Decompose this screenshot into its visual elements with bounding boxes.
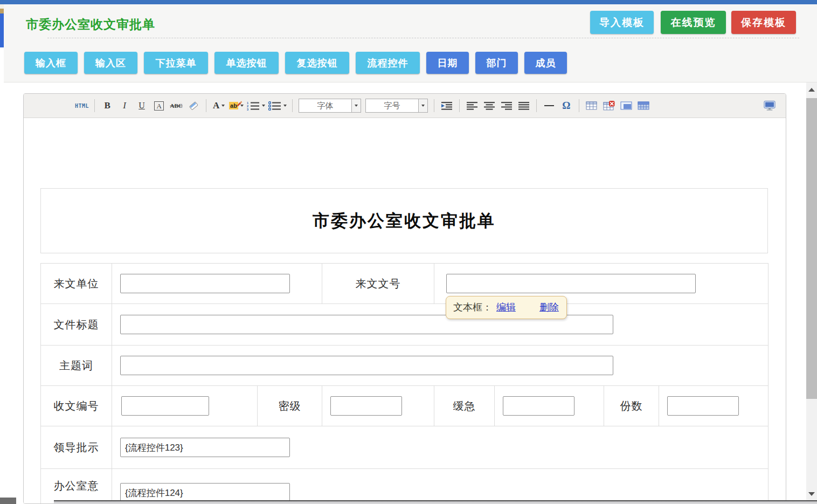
page-title: 市委办公室收文审批单 — [26, 16, 155, 33]
strikethrough-icon: ABC — [170, 102, 182, 109]
table-panel-button[interactable] — [619, 99, 633, 113]
ordered-list-button[interactable]: 1 2 3 — [247, 99, 265, 113]
top-window-bar — [0, 0, 817, 4]
font-color-button[interactable]: A — [212, 99, 226, 113]
italic-button[interactable]: I — [117, 99, 131, 113]
toolbar-separator — [459, 99, 460, 112]
delete-table-button[interactable] — [602, 99, 616, 113]
table-properties-button[interactable] — [636, 99, 650, 113]
form-title: 市委办公室收文审批单 — [313, 210, 496, 232]
scroll-up-arrow-icon[interactable] — [808, 88, 815, 92]
underline-button[interactable]: U — [135, 99, 149, 113]
table-row: 办公室意 — [41, 469, 768, 504]
font-family-select[interactable]: 字体 — [299, 99, 361, 113]
editor-canvas[interactable]: 市委办公室收文审批单 来文单位 来文文号 — [24, 118, 786, 504]
fullscreen-button[interactable] — [763, 99, 777, 113]
cell — [112, 469, 768, 504]
html-source-button[interactable]: HTML — [75, 99, 89, 113]
widget-button-dropdown-menu[interactable]: 下拉菜单 — [144, 52, 208, 74]
toolbar-separator — [206, 99, 206, 112]
cell — [322, 386, 434, 426]
indent-button[interactable] — [440, 99, 454, 113]
leader-instructions-input[interactable] — [120, 438, 290, 457]
delete-link[interactable]: 删除 — [539, 301, 559, 314]
highlight-color-button[interactable]: ab — [229, 99, 244, 113]
omega-icon: Ω — [562, 100, 570, 112]
field-label-document-title: 文件标题 — [41, 304, 112, 346]
urgency-input[interactable] — [503, 396, 574, 416]
field-label-security-level: 密级 — [258, 386, 322, 426]
widget-button-text-area[interactable]: 输入区 — [84, 52, 137, 74]
field-label-copies: 份数 — [604, 386, 659, 426]
field-label-urgency: 缓急 — [434, 386, 495, 426]
bold-button[interactable]: B — [100, 99, 114, 113]
field-label-keywords: 主题词 — [41, 346, 112, 386]
table-panel-icon — [620, 101, 632, 111]
office-opinion-input[interactable] — [120, 483, 290, 502]
cell — [659, 386, 768, 426]
ordered-list-icon: 1 2 3 — [247, 101, 260, 111]
widget-button-checkbox[interactable]: 复选按钮 — [285, 52, 349, 74]
align-justify-icon — [518, 101, 530, 110]
field-label-incoming-unit: 来文单位 — [41, 264, 112, 304]
background-window-sliver — [0, 4, 4, 47]
form-table: 来文单位 来文文号 文件标题 主题词 — [40, 263, 768, 504]
scroll-down-arrow-icon[interactable] — [808, 492, 815, 496]
remove-format-button[interactable] — [186, 99, 200, 113]
align-center-icon — [483, 101, 495, 110]
page: 市委办公室收文审批单 导入模板 在线预览 保存模板 输入框 输入区 下拉菜单 单… — [0, 0, 817, 504]
italic-icon: I — [123, 100, 126, 111]
form-title-box: 市委办公室收文审批单 — [40, 188, 768, 253]
widget-button-member[interactable]: 成员 — [524, 52, 567, 74]
unordered-list-icon — [268, 101, 281, 111]
table-row: 主题词 — [41, 346, 768, 386]
table-grid-icon — [638, 101, 649, 111]
editor-toolbar: HTML B I U A ABC — [24, 94, 786, 118]
bottom-window-strip — [54, 500, 817, 504]
cell — [112, 346, 768, 386]
insert-table-button[interactable] — [585, 99, 599, 113]
font-size-select[interactable]: 字号 — [365, 99, 428, 113]
incoming-unit-input[interactable] — [120, 274, 290, 293]
bold-icon: B — [104, 100, 110, 111]
align-justify-button[interactable] — [517, 99, 531, 113]
cell — [112, 304, 768, 346]
widget-button-flow-control[interactable]: 流程控件 — [356, 52, 420, 74]
cell — [112, 426, 768, 469]
align-right-button[interactable] — [500, 99, 514, 113]
online-preview-button[interactable]: 在线预览 — [661, 11, 726, 34]
widget-button-radio[interactable]: 单选按钮 — [214, 52, 279, 74]
strikethrough-button[interactable]: ABC — [169, 99, 183, 113]
header-divider — [47, 38, 799, 38]
widget-button-department[interactable]: 部门 — [475, 52, 518, 74]
eraser-icon — [188, 100, 199, 111]
widget-button-input-box[interactable]: 输入框 — [24, 52, 78, 74]
font-family-dropdown-button[interactable] — [351, 99, 361, 112]
svg-text:3: 3 — [247, 108, 248, 111]
align-left-button[interactable] — [465, 99, 479, 113]
import-template-button[interactable]: 导入模板 — [590, 11, 654, 34]
tooltip-label: 文本框： — [453, 301, 492, 314]
keywords-input[interactable] — [120, 356, 613, 375]
field-label-receipt-number: 收文编号 — [41, 386, 112, 426]
widget-button-row: 输入框 输入区 下拉菜单 单选按钮 复选按钮 流程控件 日期 部门 成员 — [24, 52, 573, 74]
copies-input[interactable] — [667, 396, 739, 416]
unordered-list-button[interactable] — [268, 99, 287, 113]
special-character-button[interactable]: Ω — [559, 99, 573, 113]
vertical-scrollbar[interactable] — [806, 82, 817, 500]
receipt-number-input[interactable] — [121, 396, 209, 416]
save-template-button[interactable]: 保存模板 — [731, 11, 796, 34]
field-label-document-number: 来文文号 — [322, 264, 434, 304]
edit-link[interactable]: 编辑 — [496, 301, 516, 314]
scrollbar-thumb[interactable] — [806, 98, 817, 399]
font-style-button[interactable]: A — [152, 99, 166, 113]
horizontal-rule-button[interactable] — [542, 99, 556, 113]
font-size-dropdown-button[interactable] — [418, 99, 427, 112]
widget-button-date[interactable]: 日期 — [426, 52, 469, 74]
cell — [495, 386, 604, 426]
document-number-input[interactable] — [446, 274, 696, 293]
align-center-button[interactable] — [482, 99, 496, 113]
security-level-input[interactable] — [330, 396, 402, 416]
chevron-down-icon — [262, 105, 265, 107]
chevron-down-icon — [355, 105, 358, 107]
